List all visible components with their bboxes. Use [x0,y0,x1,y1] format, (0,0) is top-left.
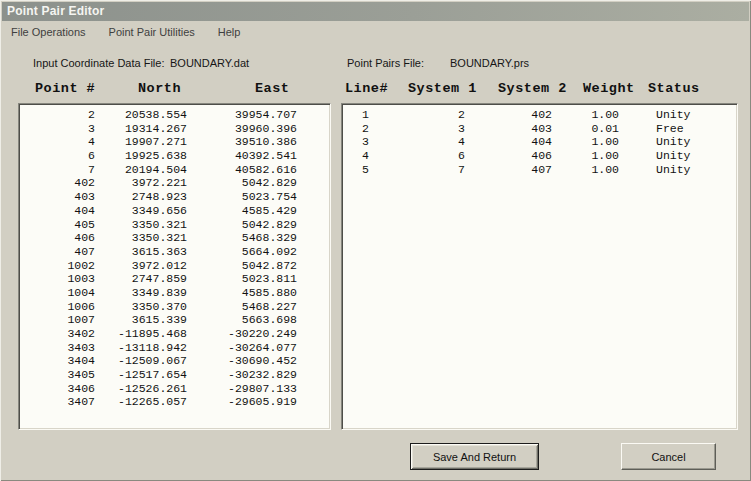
list-cell: 5042.829 [187,218,297,232]
list-row[interactable]: 319314.26739960.396 [19,122,330,136]
list-row[interactable]: 344041.00Unity [342,135,737,149]
list-cell: 1.00 [552,163,619,177]
list-cell: 2 [35,108,95,122]
list-cell: 5 [342,163,369,177]
cancel-button[interactable]: Cancel [621,443,716,470]
list-row[interactable]: 4053350.3215042.829 [19,218,330,232]
list-cell: -30690.452 [187,354,297,368]
list-cell: 402 [465,108,552,122]
list-cell: 4585.429 [187,204,297,218]
list-cell: 3 [35,122,95,136]
list-row[interactable]: 124021.00Unity [342,108,737,122]
list-cell: 39960.396 [187,122,297,136]
header-status: Status [648,81,700,96]
list-row[interactable]: 10032747.8595023.811 [19,272,330,286]
list-row[interactable]: 10023972.0125042.872 [19,259,330,273]
list-cell: 3407 [35,395,95,409]
list-row[interactable]: 234030.01Free [342,122,737,136]
list-row[interactable]: 574071.00Unity [342,163,737,177]
list-cell: -30220.249 [187,327,297,341]
list-cell: 5042.872 [187,259,297,273]
list-cell: 2748.923 [95,190,187,204]
list-cell: 40582.616 [187,163,297,177]
list-row[interactable]: 419907.27139510.386 [19,135,330,149]
list-row[interactable]: 3406-12526.261-29807.133 [19,382,330,396]
list-row[interactable]: 4073615.3635664.092 [19,245,330,259]
list-cell: 3615.339 [95,313,187,327]
header-point-number: Point # [35,81,95,96]
list-cell: 3405 [35,368,95,382]
list-row[interactable]: 10043349.8394585.880 [19,286,330,300]
list-cell: Free [656,122,738,136]
list-row[interactable]: 10063350.3705468.227 [19,300,330,314]
list-cell: 3350.370 [95,300,187,314]
list-cell: 3349.839 [95,286,187,300]
list-cell: 5023.811 [187,272,297,286]
list-cell: 403 [465,122,552,136]
list-cell: 3402 [35,327,95,341]
list-cell: 7 [369,163,465,177]
menu-file-operations[interactable]: File Operations [10,24,87,40]
list-cell: 5468.329 [187,231,297,245]
list-cell: 3403 [35,341,95,355]
list-cell: 0.01 [552,122,619,136]
list-cell: 5664.092 [187,245,297,259]
list-row[interactable]: 3407-12265.057-29605.919 [19,395,330,409]
list-cell: 19314.267 [95,122,187,136]
list-cell: -29605.919 [187,395,297,409]
header-weight: Weight [583,81,635,96]
input-file-value: BOUNDARY.dat [170,57,249,69]
list-cell: 2747.859 [95,272,187,286]
list-cell: 407 [465,163,552,177]
pairs-file-value: BOUNDARY.prs [450,57,529,69]
list-row[interactable]: 3404-12509.067-30690.452 [19,354,330,368]
list-cell: -30232.829 [187,368,297,382]
list-cell: 20194.504 [95,163,187,177]
list-row[interactable]: 3405-12517.654-30232.829 [19,368,330,382]
list-cell: 39510.386 [187,135,297,149]
list-cell: Unity [656,149,738,163]
header-line-number: Line# [345,81,388,96]
list-cell: 3 [369,122,465,136]
list-cell: 406 [465,149,552,163]
list-row[interactable]: 10073615.3395663.698 [19,313,330,327]
list-cell: 1 [342,108,369,122]
list-cell: -11895.468 [95,327,187,341]
list-cell: 402 [35,176,95,190]
list-cell: 4 [342,149,369,163]
list-cell: -12509.067 [95,354,187,368]
save-and-return-label: Save And Return [433,451,516,463]
list-cell: 40392.541 [187,149,297,163]
list-row[interactable]: 3402-11895.468-30220.249 [19,327,330,341]
list-row[interactable]: 3403-13118.942-30264.077 [19,341,330,355]
list-cell: 1002 [35,259,95,273]
menubar: File Operations Point Pair Utilities Hel… [2,22,749,42]
menu-point-pair-utilities[interactable]: Point Pair Utilities [108,24,196,40]
list-cell: 39954.707 [187,108,297,122]
list-cell: 4585.880 [187,286,297,300]
list-cell: 1003 [35,272,95,286]
header-system-1: System 1 [408,81,477,96]
menu-help[interactable]: Help [217,24,242,40]
list-cell: -12526.261 [95,382,187,396]
list-cell: 1.00 [552,135,619,149]
list-cell: 1.00 [552,108,619,122]
list-cell: 2 [342,122,369,136]
list-row[interactable]: 4023972.2215042.829 [19,176,330,190]
points-listbox[interactable]: 220538.55439954.707319314.26739960.39641… [18,103,331,430]
list-cell: Unity [656,108,738,122]
list-row[interactable]: 4043349.6564585.429 [19,204,330,218]
list-row[interactable]: 4032748.9235023.754 [19,190,330,204]
list-cell: 5663.698 [187,313,297,327]
list-cell: 4 [35,135,95,149]
list-row[interactable]: 720194.50440582.616 [19,163,330,177]
titlebar[interactable]: Point Pair Editor [2,2,749,21]
list-row[interactable]: 619925.63840392.541 [19,149,330,163]
list-cell: 405 [35,218,95,232]
save-and-return-button[interactable]: Save And Return [410,443,539,470]
list-row[interactable]: 4063350.3215468.329 [19,231,330,245]
list-cell: 1.00 [552,149,619,163]
list-row[interactable]: 220538.55439954.707 [19,108,330,122]
list-row[interactable]: 464061.00Unity [342,149,737,163]
point-pairs-listbox[interactable]: 124021.00Unity234030.01Free344041.00Unit… [341,103,738,430]
